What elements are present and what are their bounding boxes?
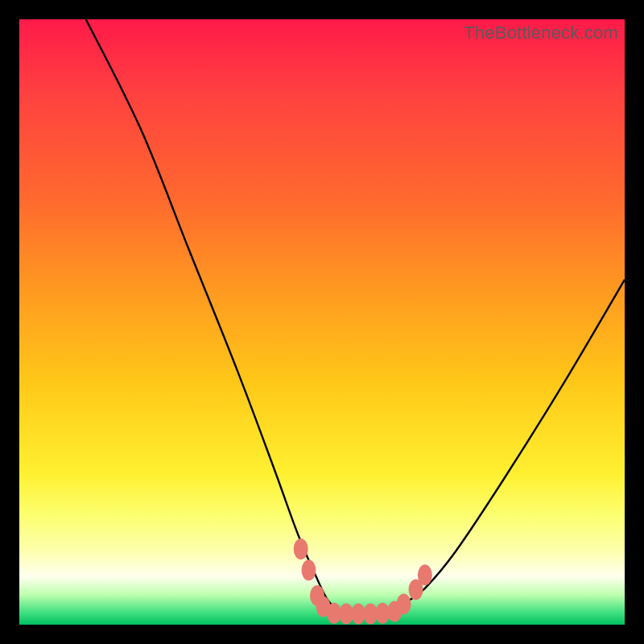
bottleneck-marker: [301, 559, 316, 580]
bottleneck-marker: [375, 603, 390, 624]
bottleneck-marker: [339, 603, 353, 624]
bottleneck-marker: [418, 564, 432, 585]
bottleneck-marker: [363, 603, 378, 624]
bottleneck-curve: [19, 19, 625, 625]
bottleneck-marker: [310, 585, 324, 606]
watermark-text: TheBottleneck.com: [464, 23, 618, 43]
bottleneck-marker: [327, 603, 341, 624]
curve-right-branch: [346, 279, 625, 613]
chart-frame: TheBottleneck.com: [19, 19, 625, 625]
bottleneck-marker: [387, 601, 402, 621]
bottleneck-marker: [409, 579, 423, 600]
curve-left-branch: [86, 19, 346, 613]
bottleneck-marker: [316, 596, 331, 617]
bottleneck-marker: [397, 593, 411, 614]
bottleneck-marker: [351, 603, 365, 624]
bottleneck-marker: [294, 539, 308, 559]
